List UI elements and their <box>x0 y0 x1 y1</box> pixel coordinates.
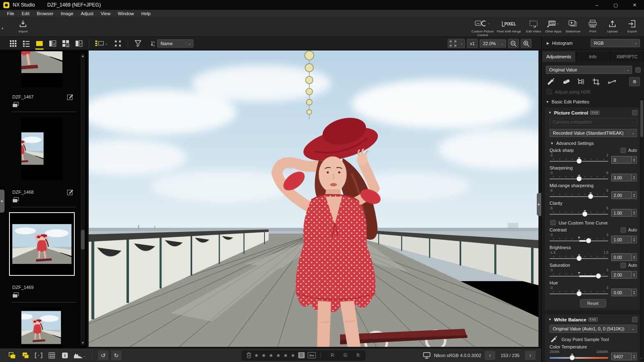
undo-button[interactable]: ↺ <box>98 351 108 360</box>
rating-zero-button[interactable]: 0 <box>298 352 305 358</box>
fullscreen-button[interactable] <box>112 38 124 49</box>
slider-handle[interactable] <box>582 211 587 217</box>
thumbnail-dzf-1469-selected[interactable] <box>9 212 75 276</box>
straighten-tool-icon[interactable] <box>607 78 616 85</box>
discard-label-icon[interactable] <box>246 352 251 358</box>
toolbar-collapse-arrow[interactable]: ▲ <box>1 26 4 30</box>
white-balance-preset-dropdown[interactable]: Original Value (Auto1, 0, 0 (5410K)) ⌄ <box>550 325 637 333</box>
value-input[interactable] <box>611 236 632 243</box>
info-overlay-button[interactable]: i <box>60 351 70 360</box>
star-icon[interactable]: ★ <box>276 353 281 358</box>
protect-key-button[interactable] <box>308 352 316 358</box>
custom-picture-control-button[interactable]: ⌄ Custom Picture Control <box>469 19 496 37</box>
sort-dropdown[interactable]: Name ⌄ <box>157 39 193 48</box>
next-image-button[interactable]: › <box>525 351 536 360</box>
menu-edit[interactable]: Edit <box>18 11 33 16</box>
slider-handle[interactable] <box>586 238 591 243</box>
scroll-down-icon[interactable]: ▼ <box>80 341 85 345</box>
spinner[interactable]: ▲▼ <box>632 209 637 217</box>
slider-track[interactable] <box>550 210 608 217</box>
value-input[interactable] <box>611 353 632 360</box>
scroll-up-icon[interactable]: ▲ <box>80 54 85 58</box>
filmstrip-toggle-button[interactable]: ⌄ <box>93 38 111 49</box>
star-icon[interactable]: ★ <box>291 353 295 358</box>
slider-track[interactable] <box>550 237 608 243</box>
close-button[interactable]: ✕ <box>625 0 644 10</box>
scroll-down-icon[interactable]: ⌄ <box>639 355 643 360</box>
minimize-button[interactable]: – <box>587 0 606 10</box>
slider-handle[interactable] <box>570 355 575 360</box>
value-input[interactable] <box>611 289 632 296</box>
advanced-settings-header[interactable]: Advanced Settings <box>556 141 594 146</box>
compare-dropdown[interactable]: Original Value ⌄ <box>546 66 632 74</box>
spinner[interactable]: ▲▼ <box>632 156 637 164</box>
thumbnail-dzf-1468[interactable] <box>21 117 62 180</box>
filmstrip-layout-button[interactable] <box>7 351 18 360</box>
photo-main[interactable] <box>89 50 538 347</box>
menu-view[interactable]: View <box>97 11 114 16</box>
star-icon[interactable]: ★ <box>269 353 274 358</box>
spinner[interactable]: ▲▼ <box>632 174 637 181</box>
auto-checkbox[interactable] <box>621 148 626 153</box>
slider-handle[interactable] <box>576 176 582 181</box>
filter-button[interactable] <box>132 38 144 49</box>
auto-checkbox[interactable] <box>621 263 626 268</box>
histogram-header[interactable]: ▶ Histogram RGB ⌄ <box>542 37 644 50</box>
adjustment-list-icon[interactable] <box>577 78 585 85</box>
spinner[interactable]: ▲▼ <box>632 191 637 199</box>
star-icon[interactable]: ★ <box>283 353 288 358</box>
tab-info[interactable]: Info <box>576 51 610 62</box>
compare-checkbox[interactable] <box>635 67 641 73</box>
compare-2-view-button[interactable]: 2 <box>46 38 59 49</box>
zoom-out-button[interactable] <box>508 39 519 48</box>
histogram-overlay-button[interactable]: ⌄ <box>73 351 87 360</box>
value-input[interactable] <box>611 271 632 279</box>
zoom-in-button[interactable] <box>521 39 531 48</box>
export-button[interactable]: Export <box>619 19 644 33</box>
slider-track[interactable] <box>550 290 608 296</box>
spinner[interactable]: ▲▼ <box>632 353 637 360</box>
spinner[interactable]: ▲▼ <box>632 271 637 279</box>
zoom-level-dropdown[interactable]: 22.0% ⌄ <box>480 39 506 48</box>
spinner[interactable]: ▲▼ <box>632 289 637 296</box>
slider-track[interactable] <box>550 192 608 199</box>
viewer-edit-layout-button[interactable] <box>73 38 85 49</box>
star-icon[interactable]: ★ <box>262 353 266 358</box>
panel-scrollbar[interactable] <box>640 99 644 362</box>
basic-edit-palettes-header[interactable]: Basic Edit Palettes <box>552 99 589 104</box>
menu-browser[interactable]: Browser <box>33 11 57 16</box>
gray-point-eyedropper-icon[interactable] <box>550 336 558 343</box>
collapse-down-icon[interactable]: ▼ <box>550 142 554 145</box>
spinner[interactable]: ▲▼ <box>632 253 637 261</box>
value-input[interactable] <box>611 253 632 261</box>
sample-point-tool-icon[interactable] <box>547 78 555 85</box>
star-icon[interactable]: ★ <box>254 353 259 358</box>
menu-image[interactable]: Image <box>57 11 77 16</box>
grid-overlay-button[interactable] <box>46 351 57 360</box>
import-button[interactable]: Import <box>10 19 36 33</box>
sidebar-collapse-handle[interactable]: ▶ <box>0 190 5 213</box>
thumbnail-next[interactable] <box>21 308 62 347</box>
maximize-button[interactable]: ▢ <box>606 0 625 10</box>
menu-window[interactable]: Window <box>114 11 138 16</box>
white-balance-checkbox[interactable] <box>632 317 637 322</box>
value-input[interactable] <box>611 174 632 181</box>
fit-frame-button[interactable] <box>33 351 44 360</box>
value-input[interactable] <box>611 209 632 217</box>
spinner[interactable]: ▲▼ <box>632 236 637 243</box>
tab-adjustments[interactable]: Adjustments <box>542 51 575 62</box>
menu-file[interactable]: File <box>3 11 18 16</box>
retouch-brush-icon[interactable] <box>562 78 570 85</box>
slider-track[interactable] <box>550 254 608 261</box>
slider-track[interactable] <box>550 354 608 360</box>
value-input[interactable] <box>611 191 632 199</box>
grid-view-button[interactable] <box>7 38 19 49</box>
actual-size-button[interactable]: x1 <box>467 39 478 48</box>
value-input[interactable] <box>611 156 632 164</box>
sidebar-scrollbar[interactable]: ▲ ▼ <box>80 53 85 346</box>
settings-gear-button[interactable]: ⚙ <box>629 77 640 86</box>
scrollbar-thumb[interactable] <box>81 230 85 250</box>
fit-to-screen-button[interactable]: ⌄ <box>448 39 465 48</box>
list-view-button[interactable] <box>20 38 32 49</box>
compare-4-view-button[interactable]: 4 <box>60 38 72 49</box>
